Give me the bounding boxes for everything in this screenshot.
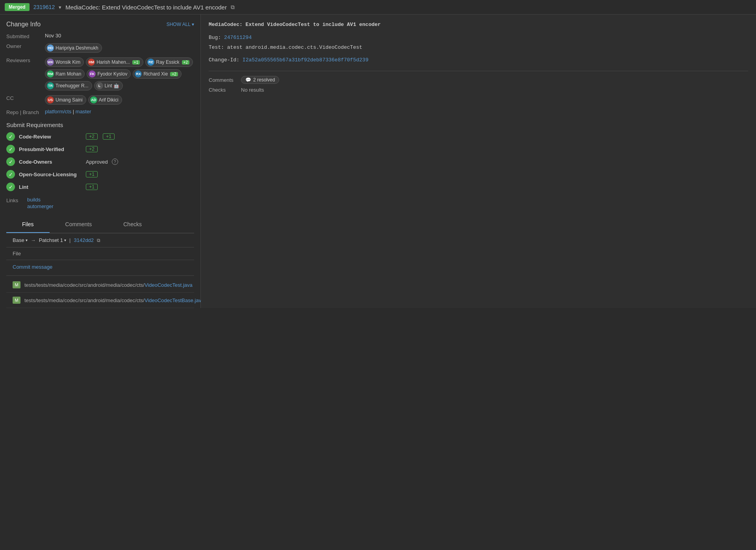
comments-meta-label: Comments: [209, 77, 236, 83]
repo-link[interactable]: platform/cts: [45, 109, 71, 114]
owner-chip[interactable]: HD Haripriya Deshmukh: [45, 42, 103, 54]
file-row-1[interactable]: M tests/tests/media/codec/src/android/me…: [6, 277, 194, 293]
file-row-2[interactable]: M tests/tests/media/codec/src/android/me…: [6, 293, 194, 308]
change-id-line: Change-Id: I2a52a055565b67a31bf92deb8733…: [209, 56, 748, 65]
copy-hash-icon[interactable]: ⧉: [97, 238, 100, 243]
copy-title-icon[interactable]: ⧉: [231, 4, 235, 11]
file-marker-1: M: [13, 281, 20, 288]
req-score-presubmit: +2: [86, 146, 98, 152]
patchset-arrow: →: [31, 237, 36, 243]
submitted-label: Submitted: [6, 33, 42, 39]
bug-link[interactable]: 247611294: [224, 35, 252, 41]
reviewer-avatar-ram: RM: [47, 70, 54, 78]
tabs-bar: Files Comments Checks: [6, 216, 194, 233]
reviewer-avatar-treehugger: TR: [47, 82, 54, 89]
req-oss-licensing: ✓ Open-Source-Licensing +1: [6, 170, 194, 179]
top-bar-title: MediaCodec: Extend VideoCodecTest to inc…: [65, 4, 227, 11]
reviewers-label: Reviewers: [6, 57, 42, 63]
cc-avatar-umang: US: [47, 96, 54, 103]
reviewer-chip-fyodor[interactable]: FK Fyodor Kyslov: [87, 69, 131, 79]
file-link-2[interactable]: VideoCodecTestBase.java: [145, 297, 204, 303]
tab-checks[interactable]: Checks: [107, 216, 158, 233]
file-path-1: tests/tests/media/codec/src/android/medi…: [24, 282, 193, 288]
req-score-code-review-2: +2: [86, 133, 98, 140]
repo-branch-label: Repo | Branch: [6, 109, 42, 115]
owner-label: Owner: [6, 42, 42, 49]
patchset-pipe: |: [69, 237, 70, 243]
commit-title: MediaCodec: Extend VideoCodecTest to inc…: [209, 21, 748, 29]
req-check-code-owners: ✓: [6, 157, 15, 166]
merged-badge: Merged: [5, 3, 30, 11]
submit-requirements-title: Submit Requirements: [6, 122, 194, 128]
change-number-arrow: ▾: [59, 4, 61, 10]
req-score-lint: +1: [86, 184, 98, 190]
bug-line: Bug: 247611294: [209, 34, 748, 42]
comments-meta-row: Comments 💬 2 resolved: [209, 76, 748, 84]
reviewer-chip-harish[interactable]: HM Harish Mahen... +1: [86, 57, 143, 67]
richard-plus-badge: +2: [170, 72, 178, 76]
divider-1: [6, 275, 194, 276]
file-table-header: File: [6, 247, 194, 260]
reviewer-avatar-fyodor: FK: [89, 70, 96, 78]
req-lint: ✓ Lint +1: [6, 183, 194, 191]
show-all-button[interactable]: SHOW ALL ▾: [167, 22, 194, 27]
harish-plus-badge: +1: [132, 60, 140, 65]
reviewer-chip-richard[interactable]: RX Richard Xie +2: [133, 69, 181, 79]
tab-comments[interactable]: Comments: [50, 216, 108, 233]
base-selector[interactable]: Base: [13, 237, 28, 243]
links-list: builds automerger: [27, 197, 53, 209]
link-automerger[interactable]: automerger: [27, 203, 53, 209]
req-check-lint: ✓: [6, 183, 15, 191]
req-name-lint: Lint: [19, 184, 82, 190]
checks-value: No results: [241, 87, 264, 93]
req-check-presubmit: ✓: [6, 145, 15, 153]
change-id-link[interactable]: I2a52a055565b67a31bf92deb87336e8f70f5d23…: [243, 57, 369, 63]
cc-list: US Umang Saini AD Arif Dikici: [45, 94, 123, 105]
resolved-text: 2 resolved: [253, 77, 275, 83]
ray-plus-badge: +2: [182, 60, 189, 65]
right-divider-1: [209, 71, 748, 71]
cc-chip-arif[interactable]: AD Arif Dikici: [88, 95, 122, 105]
req-code-owners: ✓ Code-Owners Approved ?: [6, 157, 194, 166]
link-builds[interactable]: builds: [27, 197, 53, 203]
reviewer-chip-lint[interactable]: L Lint 🤖: [94, 81, 123, 90]
main-layout: Change Info SHOW ALL ▾ Submitted Nov 30 …: [0, 15, 756, 308]
reviewer-chip-treehugger[interactable]: TR Treehugger R...: [45, 81, 92, 90]
branch-link[interactable]: master: [76, 109, 91, 114]
left-panel: Change Info SHOW ALL ▾ Submitted Nov 30 …: [0, 15, 201, 308]
reviewer-avatar-lint: L: [96, 82, 103, 89]
right-panel: MediaCodec: Extend VideoCodecTest to inc…: [201, 15, 756, 308]
owner-row: Owner HD Haripriya Deshmukh: [6, 42, 194, 54]
cc-label: CC: [6, 94, 42, 101]
req-presubmit: ✓ Presubmit-Verified +2: [6, 145, 194, 153]
reviewer-avatar-wonsik: WK: [47, 59, 54, 66]
tab-files[interactable]: Files: [6, 216, 50, 233]
file-table: File Commit message M tests/tests/media/…: [6, 247, 194, 308]
checks-meta-label: Checks: [209, 87, 236, 93]
commit-message-link[interactable]: Commit message: [6, 260, 194, 274]
owner-avatar: HD: [47, 44, 54, 52]
req-check-oss-licensing: ✓: [6, 170, 15, 179]
req-approved-text: Approved: [86, 159, 108, 165]
reviewer-chip-ray[interactable]: RE Ray Essick +2: [145, 57, 193, 67]
change-info-header: Change Info SHOW ALL ▾: [6, 21, 194, 28]
submitted-row: Submitted Nov 30: [6, 33, 194, 39]
reviewer-chip-ram[interactable]: RM Ram Mohan: [45, 69, 85, 79]
patchset-selector[interactable]: Patchset 1: [39, 237, 66, 243]
file-link-1[interactable]: VideoCodecTest.java: [145, 282, 193, 288]
commit-hash-link[interactable]: 3142dd2: [74, 237, 94, 243]
help-icon-code-owners[interactable]: ?: [112, 159, 118, 165]
resolved-badge[interactable]: 💬 2 resolved: [241, 76, 279, 84]
repo-branch-row: Repo | Branch platform/cts | master: [6, 109, 194, 115]
reviewer-chip-wonsik[interactable]: WK Wonsik Kim: [45, 57, 84, 67]
cc-chip-umang[interactable]: US Umang Saini: [45, 95, 86, 105]
patchset-bar: Base → Patchset 1 | 3142dd2 ⧉: [6, 233, 194, 247]
req-score-oss-licensing: +1: [86, 171, 98, 177]
resolved-icon: 💬: [245, 77, 251, 83]
file-marker-2: M: [13, 297, 20, 304]
links-section: Links builds automerger: [6, 197, 194, 209]
commit-message-box: MediaCodec: Extend VideoCodecTest to inc…: [209, 21, 748, 65]
req-name-presubmit: Presubmit-Verified: [19, 146, 82, 152]
change-number-link[interactable]: 2319612: [33, 4, 55, 10]
repo-branch-value: platform/cts | master: [45, 109, 91, 114]
